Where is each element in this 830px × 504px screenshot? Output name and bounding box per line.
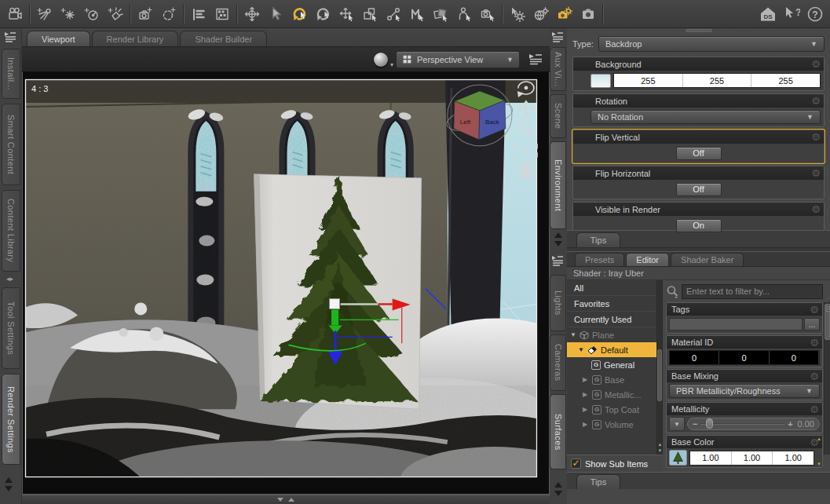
figure-selection-tool-icon[interactable] [452,2,476,26]
sidebar-tab-tool-settings[interactable]: Tool Settings [2,287,20,369]
render-settings-icon[interactable] [529,2,553,26]
rgb-r-value[interactable]: 1.00 [690,451,732,465]
rotate-tool-icon[interactable] [311,2,335,26]
slider-plus[interactable]: + [788,420,792,428]
scrollbar-thumb[interactable] [657,349,662,401]
rgb-b-value[interactable]: 1.00 [773,451,814,465]
base-color-rgb-field[interactable]: 1.00 1.00 1.00 [689,451,814,466]
expander-icon[interactable]: ▼ [578,346,584,353]
geometry-editor-tool-icon[interactable] [405,2,429,26]
new-point-light-icon[interactable] [57,2,80,26]
base-color-texture-thumbnail[interactable] [669,450,687,466]
tab-tips[interactable]: Tips [576,232,620,247]
whats-this-icon[interactable]: ? [780,2,803,26]
new-view-camera-icon[interactable] [133,2,157,26]
list-item-metallic[interactable]: ▶ G Metallic... [567,387,662,402]
rgb-g-value[interactable]: 255 [683,74,752,87]
rgb-r-value[interactable]: 255 [614,74,683,87]
background-color-swatch[interactable] [591,74,611,88]
dock-scroll-arrows[interactable] [554,482,562,496]
metallicity-slider[interactable]: − + 0.00 [687,418,820,430]
expander-icon[interactable]: ▶ [583,376,589,383]
dock-tab-cameras[interactable]: Cameras [550,334,566,391]
scroll-up-icon[interactable]: ▲ [657,442,663,447]
surface-selection-tool-icon[interactable] [429,2,452,26]
new-distant-light-icon[interactable] [33,2,57,26]
rgb-g-value[interactable]: 1.00 [732,451,773,465]
render-icon[interactable] [553,2,576,26]
pane-menu-icon[interactable] [3,31,19,45]
parameters-scrollbar[interactable] [824,302,830,455]
new-render-icon[interactable] [576,2,600,26]
expander-icon[interactable]: ▶ [583,421,589,428]
tab-editor[interactable]: Editor [626,253,669,266]
active-pose-tool-icon[interactable] [287,2,311,26]
new-spotlight-icon[interactable] [80,2,104,26]
search-icon[interactable] [666,285,679,298]
tool-settings-icon[interactable] [506,2,529,26]
gear-icon[interactable]: ⚙ [810,338,819,348]
new-linear-point-light-icon[interactable] [104,2,127,26]
tags-more-button[interactable]: ... [804,318,820,331]
sidebar-tab-render-settings[interactable]: Render Settings [2,374,20,465]
sidebar-tab-smart-content[interactable]: Smart Content [2,104,20,185]
flip-vertical-toggle[interactable]: Off [676,147,722,160]
dock-tab-environment[interactable]: Environment [550,141,566,229]
help-icon[interactable]: ? [803,2,827,26]
tab-render-library[interactable]: Render Library [92,31,179,46]
gear-icon[interactable]: ⚙ [811,168,821,178]
universal-tool-icon[interactable] [240,2,264,26]
list-scrollbar[interactable]: ▲ ▼ [656,280,662,455]
metallicity-options-button[interactable]: ▼ [669,417,685,431]
list-item-plane[interactable]: ▼ Plane [567,327,662,342]
ds-home-icon[interactable]: DS [756,2,780,26]
tags-input[interactable] [669,318,803,331]
dock-collapse-handle[interactable]: ◂▸ [6,275,13,283]
flip-horizontal-toggle[interactable]: Off [676,183,722,196]
rgb-g-value[interactable]: 0 [719,351,769,364]
scale-tool-icon[interactable] [358,2,382,26]
tab-viewport[interactable]: Viewport [27,31,90,46]
scene-pane-icon[interactable] [187,2,210,26]
slider-handle[interactable] [706,418,713,429]
dock-tab-lights[interactable]: Lights [550,275,566,331]
expander-icon[interactable]: ▼ [570,331,576,338]
show-sub-items-checkbox[interactable]: ✓ [571,458,581,469]
list-item-currently-used[interactable]: Currently Used [567,312,662,327]
scroll-down-icon[interactable]: ▼ [657,448,663,453]
dock-tab-surfaces[interactable]: Surfaces [550,394,566,469]
scrollbar-thumb[interactable] [825,304,830,340]
draw-style-icon[interactable]: ▾ [374,53,388,67]
gear-icon[interactable]: ⚙ [811,132,821,142]
sidebar-tab-content-library[interactable]: Content Library [2,190,20,272]
expander-icon[interactable]: ▶ [583,406,589,413]
sidebar-tab-install[interactable]: Install... [2,49,20,99]
material-id-rgb-field[interactable]: 0 0 0 [669,350,820,365]
rotation-dropdown[interactable]: No Rotation ▼ [591,110,821,124]
backdrop-type-dropdown[interactable]: Backdrop ▼ [598,36,825,52]
tab-shader-baker[interactable]: Shader Baker [671,253,744,266]
viewport-3d-scene[interactable]: Left Back 4 : 3 [22,72,550,495]
gear-icon[interactable]: ⚙ [810,404,819,415]
slider-minus[interactable]: − [693,420,697,428]
metallicity-value[interactable]: 0.00 [798,419,814,429]
value-spinner[interactable]: ▲▼ [816,436,822,467]
pane-menu-icon[interactable] [550,254,566,268]
translate-tool-icon[interactable] [335,2,358,26]
pane-menu-icon[interactable] [550,31,566,45]
list-item-volume[interactable]: ▶ G Volume [567,417,662,432]
dock-scroll-arrows[interactable] [554,232,562,247]
new-null-icon[interactable] [157,2,181,26]
node-selection-tool-icon[interactable] [264,2,287,26]
spot-render-tool-icon[interactable] [476,2,499,26]
gear-icon[interactable]: ⚙ [811,96,821,106]
dock-tab-aux-viewport[interactable]: Aux Vi... [550,47,566,91]
gear-icon[interactable]: ⚙ [810,305,819,315]
filter-input[interactable] [682,284,823,299]
dock-scroll-arrows[interactable] [5,477,13,491]
visible-in-render-toggle[interactable]: On [676,219,722,232]
gear-icon[interactable]: ⚙ [810,371,819,382]
tab-tips[interactable]: Tips [576,474,620,489]
rgb-r-value[interactable]: 0 [670,351,719,364]
gear-icon[interactable]: ⚙ [811,59,821,69]
